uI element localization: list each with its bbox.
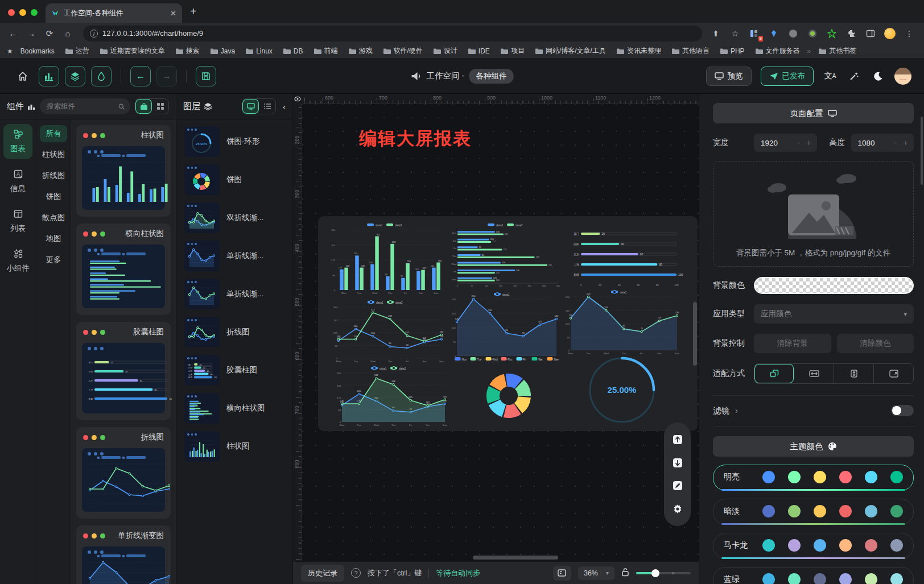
fit-stretch-button[interactable] xyxy=(873,364,913,383)
single-view-toggle[interactable] xyxy=(135,99,152,114)
sidebar-item-chart[interactable]: 图表 xyxy=(3,124,32,159)
clear-color-button[interactable]: 清除颜色 xyxy=(837,334,914,353)
bookmark-item[interactable]: 搜索 xyxy=(171,45,204,57)
save-button[interactable] xyxy=(196,66,216,86)
component-search[interactable] xyxy=(40,98,130,114)
component-card[interactable]: 胶囊柱图厦门20南阳40北京60上海80新疆100 xyxy=(76,322,171,420)
bookmark-item[interactable]: Java xyxy=(206,45,239,57)
bookmark-item[interactable]: 运营 xyxy=(61,45,93,57)
zoom-slider[interactable] xyxy=(636,572,691,574)
reload-button[interactable]: ⟳ xyxy=(42,26,57,41)
redo-button[interactable]: → xyxy=(156,66,177,86)
bookmark-star-icon[interactable]: ☆ xyxy=(729,28,741,39)
width-input[interactable] xyxy=(760,138,789,148)
home-icon-button[interactable] xyxy=(13,66,33,86)
layer-item[interactable]: 单折线渐... xyxy=(184,279,292,309)
increment-icon[interactable]: + xyxy=(904,138,908,147)
fit-height-button[interactable] xyxy=(834,364,873,383)
canvas-grid[interactable]: 编辑大屏报表 data1data2350263175880Mon130120Tu… xyxy=(302,104,699,561)
extension-green-icon[interactable] xyxy=(807,28,818,39)
layer-item[interactable]: 柱状图 xyxy=(184,431,292,462)
component-card[interactable]: 折线图 xyxy=(76,427,171,519)
clear-background-button[interactable]: 清除背景 xyxy=(754,334,831,353)
layer-item[interactable]: 横向柱状图 xyxy=(184,393,292,424)
bookmark-item[interactable]: Linux xyxy=(241,45,277,57)
bookmark-item[interactable]: 近期需要读的文章 xyxy=(96,45,169,57)
forward-button[interactable]: → xyxy=(24,26,39,41)
bookmark-item[interactable]: 设计 xyxy=(429,45,461,57)
browser-tab[interactable]: 工作空间-各种组件 ✕ xyxy=(46,3,182,23)
category-所有[interactable]: 所有 xyxy=(40,125,67,142)
back-button[interactable]: ← xyxy=(6,26,20,41)
bookmark-item[interactable]: 网站/博客/文章/工具 xyxy=(531,45,610,57)
category-折线图[interactable]: 折线图 xyxy=(40,167,67,184)
lock-icon[interactable] xyxy=(621,568,629,579)
help-icon[interactable]: ? xyxy=(351,568,361,578)
zoom-select[interactable]: 36% ▾ xyxy=(578,566,614,580)
collapse-panel-icon[interactable]: ‹ xyxy=(280,102,286,111)
magic-wand-icon[interactable] xyxy=(847,69,861,84)
sidebar-item-info[interactable]: A信息 xyxy=(3,164,32,199)
ruler-eye-icon[interactable] xyxy=(293,94,302,104)
component-card[interactable]: 单折线渐变图 xyxy=(76,525,171,584)
theme-row-暗淡[interactable]: 暗淡 xyxy=(713,499,914,525)
bookmarks-label[interactable]: Bookmarks xyxy=(16,46,59,56)
pin-extension-icon[interactable] xyxy=(768,28,779,39)
settings-gear-button[interactable] xyxy=(671,502,684,516)
bookmark-item[interactable]: 资讯未整理 xyxy=(612,45,665,57)
bookmarks-overflow[interactable]: » xyxy=(806,47,812,55)
theme-row-蓝绿[interactable]: 蓝绿 xyxy=(713,567,914,584)
chart-widget-ring[interactable]: 25.00% xyxy=(572,353,672,425)
filter-toggle[interactable] xyxy=(891,405,914,416)
app-type-select[interactable]: 应用颜色 ▾ xyxy=(754,304,914,324)
config-scrollbar[interactable] xyxy=(921,117,923,185)
component-card[interactable]: 横向柱状图 xyxy=(76,223,171,315)
chart-widget-capsule[interactable]: 厦门20南阳40北京60上海80新疆100020406080100 xyxy=(568,225,689,288)
background-upload-dropzone[interactable]: 背景图需小于 5M ，格式为 png/jpg/gif 的文件 xyxy=(713,161,914,267)
height-input[interactable] xyxy=(857,138,886,148)
address-bar[interactable]: i 127.0.0.1:3000/#/chart/home/9 xyxy=(83,26,702,42)
layer-item[interactable]: 厦门20南阳40北京60上海80新疆100胶囊柱图 xyxy=(184,355,292,386)
other-bookmarks[interactable]: 其他书签 xyxy=(814,45,860,57)
search-input[interactable] xyxy=(46,102,115,111)
category-饼图[interactable]: 饼图 xyxy=(40,188,67,205)
zoom-slider-knob[interactable] xyxy=(651,569,659,577)
bookmark-item[interactable]: 文件服务器 xyxy=(751,45,804,57)
edit-action-button[interactable] xyxy=(671,479,684,492)
layers-toggle-button[interactable] xyxy=(65,66,85,86)
decrement-icon[interactable]: − xyxy=(893,138,898,147)
details-toggle-button[interactable] xyxy=(91,66,112,86)
layer-list-view-toggle[interactable] xyxy=(259,99,275,114)
sidebar-item-widget[interactable]: 小组件 xyxy=(3,243,32,279)
chart-widget-bar[interactable]: data1data2350263175880Mon130120Tue130200… xyxy=(327,222,446,296)
bookmark-item[interactable]: 其他语言 xyxy=(667,45,713,57)
layer-item[interactable]: 折线图 xyxy=(184,317,292,347)
components-toggle-button[interactable] xyxy=(39,66,59,86)
bookmark-item[interactable]: DB xyxy=(279,45,307,57)
extensions-puzzle-icon[interactable] xyxy=(845,28,857,39)
sidebar-toggle-icon[interactable] xyxy=(865,28,876,39)
close-window-button[interactable] xyxy=(8,9,15,16)
grid-view-toggle[interactable] xyxy=(152,99,168,114)
layer-item[interactable]: 双折线渐... xyxy=(184,202,292,233)
chart-widget-line1[interactable]: data12001501005001202001508070110130MonT… xyxy=(448,291,559,362)
bookmark-item[interactable]: PHP xyxy=(716,45,749,57)
publish-button[interactable]: 已发布 xyxy=(761,67,814,86)
zoom-window-button[interactable] xyxy=(31,9,38,16)
layer-thumbnail-view-toggle[interactable] xyxy=(242,99,259,114)
increment-icon[interactable]: + xyxy=(806,138,811,147)
decrement-icon[interactable]: − xyxy=(796,138,801,147)
share-icon[interactable]: ⬆ xyxy=(710,28,721,39)
site-info-icon[interactable]: i xyxy=(90,30,98,38)
category-地图[interactable]: 地图 xyxy=(40,230,67,247)
bookmark-item[interactable]: 游戏 xyxy=(344,45,377,57)
minimize-window-button[interactable] xyxy=(19,9,26,16)
bookmarks-star-icon[interactable]: ★ xyxy=(7,47,13,55)
download-action-button[interactable] xyxy=(671,456,684,470)
bookmark-item[interactable]: 项目 xyxy=(496,45,529,57)
canvas-title-text[interactable]: 编辑大屏报表 xyxy=(359,127,472,151)
browser-profile-avatar[interactable] xyxy=(884,28,896,39)
category-柱状图[interactable]: 柱状图 xyxy=(40,146,67,163)
layer-item[interactable]: 单折线渐... xyxy=(184,241,292,271)
canvas-vertical-scrollbar[interactable] xyxy=(693,302,697,366)
